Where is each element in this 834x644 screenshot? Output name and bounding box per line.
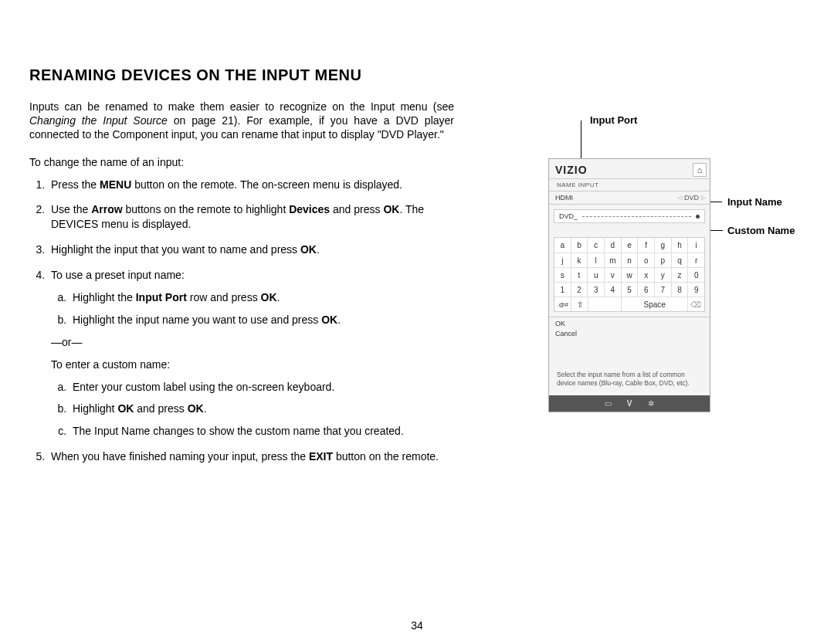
kb-spacer: [588, 297, 621, 311]
step-5: When you have finished naming your input…: [48, 449, 454, 464]
kb-key[interactable]: j: [554, 253, 571, 267]
input-port-value: DVD: [684, 194, 699, 202]
step-4: To use a preset input name: Highlight th…: [48, 268, 454, 439]
kb-key[interactable]: 1: [554, 282, 571, 297]
kb-row-2: j k l m n o p q r: [554, 253, 704, 267]
kb-key[interactable]: s: [554, 267, 571, 282]
kb-space-key[interactable]: Space: [621, 297, 687, 311]
kb-key[interactable]: t: [571, 267, 588, 282]
lead-text: To change the name of an input:: [29, 156, 454, 168]
home-icon[interactable]: ⌂: [693, 163, 707, 177]
intro-text-pre: Inputs can be renamed to make them easie…: [29, 100, 454, 113]
steps-list: Press the MENU button on the remote. The…: [29, 178, 454, 465]
v-icon[interactable]: V: [624, 399, 635, 408]
custom-name-value: DVD_: [559, 212, 578, 220]
step-4d: Highlight OK and press OK.: [70, 402, 454, 416]
page-number: 34: [411, 619, 423, 632]
onscreen-keyboard: a b c d e f g h i j k l m n o p: [554, 237, 705, 312]
kb-key[interactable]: 0: [687, 267, 704, 282]
step-4-custom-lead: To enter a custom name:: [51, 358, 454, 372]
intro-ref-em: Changing the Input Source: [29, 114, 168, 127]
kb-symbols-key[interactable]: .@#: [554, 297, 571, 311]
kb-key[interactable]: 7: [654, 282, 671, 297]
kb-key[interactable]: p: [654, 253, 671, 267]
kb-key[interactable]: i: [687, 238, 704, 253]
kb-row-3: s t u v w x y z 0: [554, 267, 704, 282]
kb-key[interactable]: q: [671, 253, 688, 267]
kb-key[interactable]: 3: [587, 282, 604, 297]
input-port-label: HDMI: [555, 194, 573, 202]
kb-key[interactable]: o: [637, 253, 654, 267]
kb-key[interactable]: y: [654, 267, 671, 282]
kb-key[interactable]: m: [604, 253, 621, 267]
step-3: Highlight the input that you want to nam…: [48, 242, 454, 257]
kb-key[interactable]: 8: [671, 282, 688, 297]
kb-key[interactable]: l: [587, 253, 604, 267]
wide-icon[interactable]: ▭: [602, 399, 613, 408]
chevron-right-icon[interactable]: ▷: [701, 195, 705, 201]
kb-key[interactable]: h: [671, 238, 688, 253]
kb-row-4: 1 2 3 4 5 6 7 8 9: [554, 282, 704, 297]
kb-backspace-key[interactable]: ⌫: [687, 297, 704, 311]
device-hint: Select the input name from a list of com…: [549, 363, 710, 395]
callout-dot-line: [582, 216, 691, 217]
step-4a: Highlight the Input Port row and press O…: [70, 290, 454, 305]
kb-key[interactable]: w: [621, 267, 638, 282]
step-4-preset-sub: Highlight the Input Port row and press O…: [51, 290, 454, 327]
intro-paragraph: Inputs can be renamed to make them easie…: [29, 100, 454, 142]
kb-key[interactable]: 6: [637, 282, 654, 297]
kb-key[interactable]: 5: [621, 282, 638, 297]
step-4e: The Input Name changes to show the custo…: [70, 424, 454, 439]
kb-key[interactable]: f: [637, 238, 654, 253]
kb-key[interactable]: 2: [571, 282, 588, 297]
kb-row-1: a b c d e f g h i: [554, 238, 704, 253]
kb-key[interactable]: 4: [604, 282, 621, 297]
kb-key[interactable]: u: [587, 267, 604, 282]
step-4-custom-sub: Enter your custom label using the on-scr…: [51, 380, 454, 439]
device-footer-bar: ▭ V ✲: [549, 395, 710, 412]
device-subtitle: NAME INPUT: [549, 179, 710, 192]
page-title: RENAMING DEVICES ON THE INPUT MENU: [29, 66, 454, 84]
ok-button[interactable]: OK: [549, 317, 710, 330]
kb-key[interactable]: b: [571, 238, 588, 253]
chevron-left-icon[interactable]: ◁: [678, 195, 682, 201]
device-logo: VIZIO: [555, 164, 588, 176]
gear-icon[interactable]: ✲: [646, 399, 656, 408]
kb-key[interactable]: x: [637, 267, 654, 282]
callout-dot: [696, 215, 700, 219]
kb-key[interactable]: r: [687, 253, 704, 267]
device-mockup: VIZIO ⌂ NAME INPUT HDMI ◁ DVD ▷ DVD_ a: [548, 158, 710, 412]
step-2: Use the Arrow buttons on the remote to h…: [48, 202, 454, 232]
kb-key[interactable]: g: [654, 238, 671, 253]
custom-name-field[interactable]: DVD_: [554, 209, 705, 223]
callout-custom-name: Custom Name: [727, 225, 795, 236]
kb-key[interactable]: d: [604, 238, 621, 253]
step-4b: Highlight the input name you want to use…: [70, 313, 454, 327]
kb-key[interactable]: n: [621, 253, 638, 267]
cancel-button[interactable]: Cancel: [549, 330, 710, 340]
input-port-row[interactable]: HDMI ◁ DVD ▷: [549, 192, 710, 205]
callout-input-port: Input Port: [590, 114, 637, 126]
or-divider: —or—: [51, 335, 454, 350]
kb-key[interactable]: v: [604, 267, 621, 282]
kb-key[interactable]: k: [571, 253, 588, 267]
kb-key[interactable]: 9: [687, 282, 704, 297]
step-4c: Enter your custom label using the on-scr…: [70, 380, 454, 395]
step-1: Press the MENU button on the remote. The…: [48, 178, 454, 192]
kb-shift-key[interactable]: ⇧: [571, 297, 588, 311]
callout-input-name: Input Name: [727, 196, 782, 208]
kb-key[interactable]: z: [671, 267, 688, 282]
kb-row-5: .@# ⇧ Space ⌫: [554, 297, 704, 311]
kb-key[interactable]: c: [587, 238, 604, 253]
kb-key[interactable]: a: [554, 238, 571, 253]
kb-key[interactable]: e: [621, 238, 638, 253]
